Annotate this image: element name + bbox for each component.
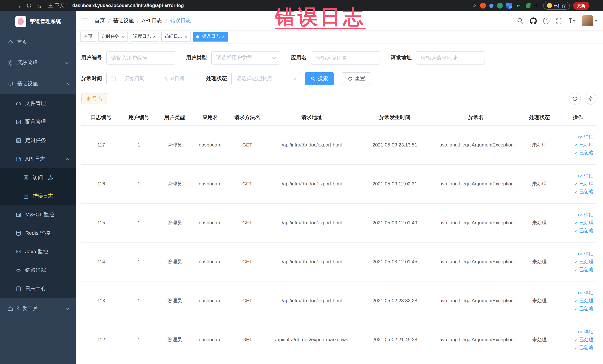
detail-link[interactable]: 详细 bbox=[578, 329, 593, 335]
col-header-log-id: 日志编号 bbox=[81, 110, 121, 125]
sidebar-item-file-management[interactable]: 文件管理 bbox=[0, 94, 76, 113]
sidebar-item-redis-monitor[interactable]: Redis 监控 bbox=[0, 224, 76, 243]
search-button[interactable]: 搜索 bbox=[305, 72, 334, 85]
browser-home-button[interactable]: ⌂ bbox=[35, 1, 44, 10]
annotation-error-log: 错误日志 bbox=[275, 7, 366, 29]
tags-view-bar: 首页 定时任务 × 调度日志 × 访问日志 × 错误日志 × bbox=[76, 30, 603, 43]
bookmark-star-icon[interactable]: ☆ bbox=[472, 3, 476, 9]
sidebar-item-home[interactable]: 首页 bbox=[0, 32, 76, 53]
mark-processed-link[interactable]: ✓已处理 bbox=[574, 219, 593, 226]
edit-icon bbox=[16, 119, 22, 125]
mark-ignored-link[interactable]: ✓已忽略 bbox=[574, 188, 593, 195]
check-icon: ✓ bbox=[574, 298, 578, 303]
detail-link[interactable]: 详细 bbox=[578, 173, 593, 179]
sidebar-item-scheduled-tasks[interactable]: 定时任务 bbox=[0, 131, 76, 150]
chevron-down-icon bbox=[65, 307, 69, 310]
help-icon[interactable]: ? bbox=[543, 18, 549, 24]
document-icon bbox=[23, 175, 29, 181]
close-icon[interactable]: × bbox=[153, 34, 156, 39]
sidebar-item-infrastructure[interactable]: 基础设施 bbox=[0, 73, 76, 94]
sidebar-item-label: 基础设施 bbox=[17, 81, 38, 87]
breadcrumb-api-logs[interactable]: API 日志 bbox=[142, 17, 162, 24]
sidebar-item-link-tracing[interactable]: 链路追踪 bbox=[0, 261, 76, 280]
cell-request-url: /api/infra/db-doc/export-html bbox=[267, 164, 357, 203]
request-url-input[interactable] bbox=[416, 51, 485, 65]
start-date-input[interactable]: 开始日期 bbox=[118, 75, 152, 82]
mark-processed-link[interactable]: ✓已处理 bbox=[574, 336, 593, 343]
app-name-input[interactable] bbox=[311, 51, 380, 65]
font-size-icon[interactable] bbox=[568, 18, 576, 24]
breadcrumb-separator: / bbox=[137, 18, 139, 24]
export-button[interactable]: 导出 bbox=[81, 93, 107, 104]
detail-link[interactable]: 详细 bbox=[578, 250, 593, 257]
extension-icon-3[interactable] bbox=[497, 3, 502, 9]
site-security-chip[interactable]: 不安全 bbox=[48, 2, 69, 9]
sidebar-toggle-button[interactable] bbox=[76, 11, 94, 30]
mark-processed-link[interactable]: ✓已处理 bbox=[574, 180, 593, 187]
paused-badge[interactable]: 已暂停 bbox=[543, 2, 570, 10]
mark-processed-link[interactable]: ✓已处理 bbox=[574, 258, 593, 265]
sidebar-item-config-management[interactable]: 配置管理 bbox=[0, 113, 76, 131]
sidebar-item-access-log[interactable]: 访问日志 bbox=[0, 168, 76, 187]
breadcrumb-home[interactable]: 首页 bbox=[94, 17, 105, 24]
mark-processed-link[interactable]: ✓已处理 bbox=[574, 297, 593, 304]
eye-icon bbox=[16, 267, 22, 273]
close-icon[interactable]: × bbox=[222, 34, 225, 39]
table-row: 112 1 管理员 dashboard GET /api/infra/db-do… bbox=[81, 320, 596, 359]
github-icon[interactable] bbox=[530, 17, 537, 24]
extension-icon-7[interactable] bbox=[534, 3, 540, 9]
extension-icon-6[interactable] bbox=[525, 3, 530, 8]
close-icon[interactable]: × bbox=[185, 34, 187, 39]
tab-error-log[interactable]: 错误日志 × bbox=[193, 32, 228, 41]
address-bar[interactable]: 不安全 dashboard.yudao.iocoder.cn/infra/log… bbox=[45, 2, 470, 9]
end-date-input[interactable]: 结束日期 bbox=[158, 75, 191, 82]
breadcrumb-separator: / bbox=[108, 18, 110, 24]
process-status-select[interactable]: 请选择处理状态 bbox=[231, 72, 300, 85]
sidebar-item-mysql-monitor[interactable]: MySQL 监控 bbox=[0, 205, 76, 224]
mark-ignored-link[interactable]: ✓已忽略 bbox=[574, 305, 593, 312]
browser-update-button[interactable]: 更新 bbox=[573, 2, 589, 10]
close-icon[interactable]: × bbox=[122, 34, 124, 39]
extension-icon-5[interactable]: on bbox=[515, 3, 522, 8]
check-icon: ✓ bbox=[574, 228, 578, 233]
sidebar-item-label: 日志中心 bbox=[25, 286, 46, 292]
browser-forward-button[interactable]: → bbox=[14, 1, 23, 10]
sidebar-item-dev-tools[interactable]: 研发工具 bbox=[0, 298, 76, 319]
fullscreen-icon[interactable] bbox=[556, 18, 562, 24]
ignored-label: 已忽略 bbox=[579, 344, 593, 351]
tab-schedule-log[interactable]: 调度日志 × bbox=[130, 32, 159, 41]
sidebar-item-log-center[interactable]: 日志中心 bbox=[0, 280, 76, 298]
sidebar-item-system-management[interactable]: 系统管理 bbox=[0, 53, 76, 73]
user-type-select[interactable]: 请选择用户类型 bbox=[211, 51, 280, 65]
reset-button[interactable]: 重置 bbox=[342, 72, 371, 85]
browser-menu-kebab-icon[interactable]: ⋮ bbox=[593, 3, 599, 9]
mark-processed-link[interactable]: ✓已处理 bbox=[574, 141, 593, 148]
sidebar-item-error-log[interactable]: 错误日志 bbox=[0, 187, 76, 205]
extension-icon-1[interactable] bbox=[480, 3, 486, 9]
sidebar-item-java-monitor[interactable]: Java 监控 bbox=[0, 243, 76, 261]
mark-ignored-link[interactable]: ✓已忽略 bbox=[574, 227, 593, 234]
column-settings-button[interactable] bbox=[584, 93, 596, 105]
browser-back-button[interactable]: ← bbox=[4, 1, 13, 10]
breadcrumb-infrastructure[interactable]: 基础设施 bbox=[113, 17, 134, 24]
date-range-picker[interactable]: 开始日期 - 结束日期 bbox=[106, 72, 195, 85]
mark-ignored-link[interactable]: ✓已忽略 bbox=[574, 344, 593, 351]
refresh-table-button[interactable] bbox=[569, 93, 581, 105]
tab-scheduled-tasks[interactable]: 定时任务 × bbox=[98, 32, 128, 41]
app-name-field-group: 应用名 bbox=[291, 51, 380, 65]
mark-ignored-link[interactable]: ✓已忽略 bbox=[574, 266, 593, 273]
table-tools bbox=[569, 93, 596, 105]
detail-link[interactable]: 详细 bbox=[578, 211, 593, 218]
search-icon[interactable] bbox=[517, 17, 523, 24]
tab-access-log[interactable]: 访问日志 × bbox=[161, 32, 191, 41]
detail-link[interactable]: 详细 bbox=[578, 134, 593, 140]
detail-link[interactable]: 详细 bbox=[578, 289, 593, 296]
tab-home[interactable]: 首页 bbox=[81, 32, 96, 41]
extension-icon-2[interactable] bbox=[489, 3, 493, 8]
user-id-input[interactable] bbox=[106, 51, 175, 65]
user-menu[interactable]: ▾ bbox=[582, 15, 597, 26]
sidebar-item-api-logs[interactable]: API 日志 bbox=[0, 150, 76, 168]
browser-reload-button[interactable] bbox=[24, 1, 33, 10]
extension-icon-4[interactable] bbox=[506, 3, 512, 9]
mark-ignored-link[interactable]: ✓已忽略 bbox=[574, 149, 593, 156]
